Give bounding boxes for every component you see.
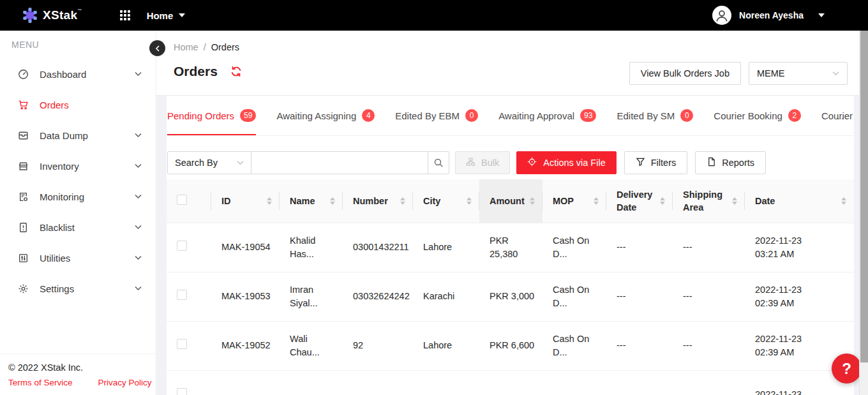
search-by-select[interactable]: Search By [167, 151, 251, 174]
brand[interactable]: XStak™ [21, 6, 82, 24]
aim-icon [527, 157, 537, 168]
topnav-home-label: Home [147, 10, 174, 21]
sidebar-item-label: Blacklist [40, 222, 135, 233]
column-header-mop[interactable]: MOP [542, 179, 606, 223]
scrollbar-thumb[interactable] [860, 31, 868, 362]
sidebar-item-data-dump[interactable]: Data Dump [0, 120, 156, 151]
chevron-down-icon [135, 163, 142, 168]
sort-carets-icon[interactable] [594, 197, 599, 205]
sort-carets-icon[interactable] [267, 197, 272, 205]
sort-carets-icon[interactable] [400, 197, 405, 205]
tab-awaiting-assigning[interactable]: Awaiting Assigning4 [276, 96, 375, 135]
column-header-amount[interactable]: Amount [479, 179, 542, 223]
count-badge: 4 [362, 109, 375, 122]
sort-carets-icon[interactable] [660, 197, 665, 205]
brand-select-value: MEME [757, 68, 785, 78]
breadcrumb: Home/Orders [174, 42, 239, 52]
sidebar-item-orders[interactable]: Orders [0, 89, 156, 120]
search-icon [433, 158, 444, 168]
tab-edited-by-sm[interactable]: Edited By SM0 [617, 96, 693, 135]
topbar: XStak™ Home Noreen Ayesha [0, 0, 868, 31]
monitoring-icon [18, 191, 29, 202]
sort-carets-icon[interactable] [330, 197, 335, 205]
sidebar-item-label: Monitoring [40, 191, 135, 202]
sidebar-item-dashboard[interactable]: Dashboard [0, 59, 156, 89]
main-content: Home/Orders Orders View Bulk Orders Job … [156, 31, 859, 395]
tab-courier-booking[interactable]: Courier Booking2 [714, 96, 801, 135]
search-button[interactable] [428, 151, 449, 174]
sidebar-item-utilities[interactable]: Utilities [0, 242, 156, 273]
sidebar-item-inventory[interactable]: Inventory [0, 151, 156, 181]
sidebar-item-blacklist[interactable]: Blacklist [0, 212, 156, 242]
table-row: MAK-19052Wali Chau...92LahorePKR 6,600Ca… [167, 321, 854, 370]
tab-label: Awaiting Assigning [276, 110, 356, 121]
cell-id: MAK-19052 [211, 321, 280, 370]
vertical-scrollbar[interactable] [859, 31, 868, 395]
sidebar-item-monitoring[interactable]: Monitoring [0, 181, 156, 212]
cell-city [413, 370, 479, 395]
column-header-city[interactable]: City [413, 179, 479, 223]
view-bulk-orders-job-button[interactable]: View Bulk Orders Job [629, 62, 741, 85]
column-header-id[interactable]: ID [211, 179, 280, 223]
sidebar-item-label: Dashboard [40, 69, 135, 80]
chevron-down-icon [135, 225, 142, 230]
breadcrumb-home[interactable]: Home [174, 42, 198, 52]
sort-carets-icon[interactable] [732, 197, 737, 205]
row-checkbox[interactable] [177, 388, 187, 395]
count-badge: 0 [680, 109, 693, 122]
sidebar-item-label: Inventory [40, 161, 135, 172]
search-by-value: Search By [175, 158, 218, 168]
tab-pending-orders[interactable]: Pending Orders59 [167, 96, 256, 135]
sidebar-item-settings[interactable]: Settings [0, 273, 156, 304]
cell-amount: PKR 25,380 [479, 223, 542, 272]
app-grid-icon[interactable] [119, 10, 131, 21]
dashboard-icon [18, 69, 29, 80]
reports-button[interactable]: Reports [695, 151, 766, 174]
tab-edited-by-ebm[interactable]: Edited By EBM0 [395, 96, 478, 135]
sidebar-items: DashboardOrdersData DumpInventoryMonitor… [0, 59, 156, 304]
refresh-icon[interactable] [230, 66, 242, 77]
sort-carets-icon[interactable] [841, 197, 846, 205]
row-checkbox[interactable] [177, 339, 187, 349]
actions-via-file-button[interactable]: Actions via File [516, 151, 617, 174]
cell-date: 2022-11-23 02:39 AM [745, 272, 854, 321]
topnav-home-dropdown[interactable]: Home [147, 10, 186, 21]
sidebar-item-label: Orders [40, 100, 142, 110]
row-checkbox-cell [167, 272, 211, 321]
settings-icon [18, 283, 29, 294]
table-row: 2022-11-23 [167, 370, 854, 395]
xstak-logo-icon [21, 6, 39, 24]
user-menu[interactable]: Noreen Ayesha [712, 6, 825, 25]
sidebar-collapse-button[interactable] [149, 40, 165, 56]
sidebar-item-label: Utilities [40, 253, 135, 264]
data-dump-icon [18, 130, 29, 141]
column-header-date[interactable]: Date [745, 179, 854, 223]
trademark: ™ [77, 8, 82, 13]
column-title: Name [290, 195, 326, 207]
bulk-button[interactable]: Bulk [455, 151, 510, 174]
cell-shipping-area [673, 370, 745, 395]
caret-down-icon [818, 13, 825, 17]
tab-awaiting-approval[interactable]: Awaiting Approval93 [498, 96, 596, 135]
cell-number: 92 [343, 321, 413, 370]
column-header-number[interactable]: Number [343, 179, 413, 223]
column-header-shipping-area[interactable]: Shipping Area [673, 179, 745, 223]
select-all-checkbox[interactable] [177, 195, 187, 205]
row-checkbox[interactable] [177, 241, 187, 251]
sort-carets-icon[interactable] [530, 197, 535, 205]
tabs-more-indicator[interactable]: ... [837, 110, 849, 121]
row-checkbox[interactable] [177, 290, 187, 300]
filters-button[interactable]: Filters [624, 151, 687, 174]
column-header-delivery-date[interactable]: Delivery Date [606, 179, 673, 223]
column-title: ID [221, 195, 263, 207]
column-header-name[interactable]: Name [280, 179, 343, 223]
table-row: MAK-19054Khalid Has...03001432211LahoreP… [167, 223, 854, 272]
sort-carets-icon[interactable] [467, 197, 472, 205]
terms-of-service-link[interactable]: Terms of Service [8, 378, 73, 387]
privacy-policy-link[interactable]: Privacy Policy [98, 378, 152, 387]
brand-select[interactable]: MEME [749, 62, 848, 85]
search-input[interactable] [251, 151, 428, 174]
help-button[interactable]: ? [832, 354, 862, 384]
cell-id: MAK-19054 [211, 223, 280, 272]
cell-city: Lahore [413, 223, 479, 272]
